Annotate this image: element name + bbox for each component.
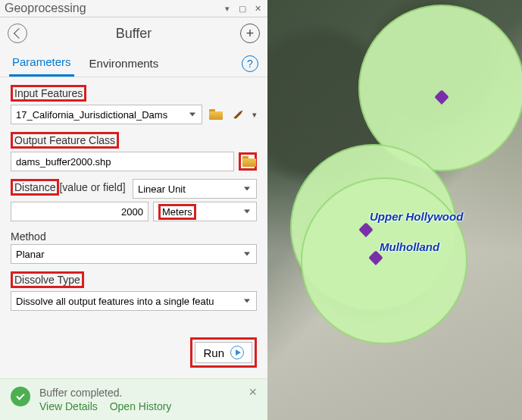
input-features-select[interactable]: 17_California_Jurisdictional_Dams [11, 105, 202, 124]
run-button-label: Run [203, 346, 224, 359]
dropdown-icon[interactable]: ▾ [222, 3, 233, 14]
tool-name: Buffer [116, 26, 152, 42]
run-button[interactable]: Run [195, 342, 252, 363]
back-button[interactable] [8, 24, 27, 43]
close-icon[interactable]: ✕ [252, 3, 263, 14]
method-value: Planar [16, 249, 45, 260]
status-bar: Buffer completed. View Details Open Hist… [0, 378, 267, 420]
folder-icon [209, 109, 223, 120]
folder-icon [242, 156, 253, 167]
distance-value-input[interactable] [11, 202, 148, 221]
browse-output-button[interactable] [239, 152, 257, 171]
method-select[interactable]: Planar [11, 244, 257, 264]
buffer-circle [301, 177, 467, 344]
play-icon [230, 346, 244, 359]
run-highlight: Run [190, 337, 257, 368]
input-features-label: Input Features [11, 85, 86, 102]
browse-input-button[interactable] [207, 105, 225, 124]
tab-environments[interactable]: Environments [86, 52, 162, 76]
tab-parameters[interactable]: Parameters [9, 51, 74, 77]
distance-unit-value: Meters [158, 204, 196, 220]
panel-title: Geoprocessing [5, 2, 86, 15]
dissolve-type-select[interactable]: Dissolve all output features into a sing… [11, 291, 257, 311]
help-icon[interactable]: ? [242, 55, 258, 72]
status-text-block: Buffer completed. View Details Open Hist… [39, 387, 239, 412]
arrow-left-icon [13, 28, 23, 39]
status-close-button[interactable]: × [248, 387, 257, 397]
check-icon [16, 391, 24, 400]
status-message: Buffer completed. [39, 387, 239, 399]
pencil-icon [230, 106, 248, 124]
distance-source-select[interactable]: Linear Unit [133, 179, 257, 199]
titlebar: Geoprocessing ▾ ▢ ✕ [0, 0, 267, 17]
pencil-dropdown-icon[interactable]: ▾ [252, 110, 257, 120]
open-history-link[interactable]: Open History [110, 400, 172, 412]
parameters-form: Input Features 17_California_Jurisdictio… [0, 77, 267, 331]
tool-header: Buffer + [0, 17, 267, 51]
distance-unit-select[interactable]: Meters [153, 202, 257, 221]
distance-label-rest: [value or field] [59, 181, 125, 193]
geoprocessing-panel: Geoprocessing ▾ ▢ ✕ Buffer + Parameters … [0, 0, 267, 420]
map-label-upper-hollywood: Upper Hollywood [370, 210, 463, 223]
distance-source-value: Linear Unit [138, 183, 186, 195]
map-label-mulholland: Mulholland [380, 240, 439, 253]
method-label: Method [11, 230, 46, 243]
add-button[interactable]: + [240, 24, 260, 43]
distance-label-box: Distance [11, 179, 59, 196]
input-features-value: 17_California_Jurisdictional_Dams [16, 109, 167, 121]
map-view[interactable]: Upper Hollywood Mulholland [267, 0, 522, 420]
maximize-icon[interactable]: ▢ [237, 3, 248, 14]
window-controls: ▾ ▢ ✕ [222, 3, 263, 14]
view-details-link[interactable]: View Details [39, 400, 98, 412]
output-feature-class-input[interactable] [11, 152, 234, 171]
run-area: Run [0, 331, 267, 378]
dissolve-type-value: Dissolve all output features into a sing… [16, 296, 214, 307]
success-icon [11, 387, 30, 406]
output-feature-class-label: Output Feature Class [11, 132, 119, 149]
edit-input-button[interactable] [230, 105, 248, 124]
dissolve-type-label: Dissolve Type [11, 271, 84, 288]
tab-bar: Parameters Environments ? [0, 51, 267, 77]
